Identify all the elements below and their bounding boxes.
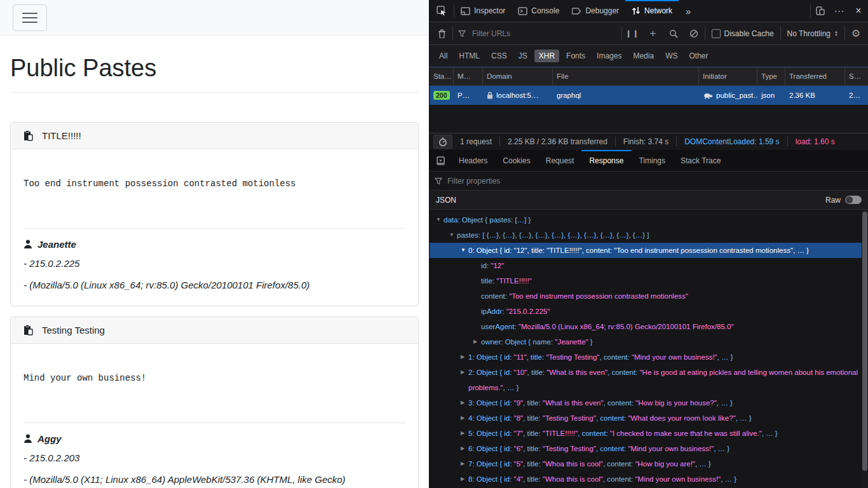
- debugger-icon: [572, 7, 581, 15]
- tab-debugger[interactable]: Debugger: [566, 0, 625, 22]
- scrollbar-track[interactable]: [862, 210, 868, 488]
- json-tree-row[interactable]: ▼pastes: [ {…}, {…}, {…}, {…}, {…}, {…},…: [430, 227, 868, 243]
- filter-js[interactable]: JS: [514, 50, 532, 62]
- twisty-icon[interactable]: ▼: [436, 212, 444, 227]
- owner-ip: - 215.0.2.203: [24, 451, 405, 466]
- filter-other[interactable]: Other: [684, 50, 712, 62]
- pause-traffic-button[interactable]: ❙❙: [623, 29, 642, 37]
- json-tree-row[interactable]: ▶8: Object { id: "4", title: "Whoa this …: [430, 471, 868, 487]
- raw-toggle-switch[interactable]: [845, 196, 862, 204]
- responsive-design-mode-button[interactable]: [811, 0, 830, 22]
- json-tree-row[interactable]: ▶3: Object { id: "9", title: "What is th…: [430, 395, 868, 410]
- scrollbar-thumb[interactable]: [862, 212, 867, 471]
- twisty-icon[interactable]: ▼: [461, 243, 468, 258]
- twisty-icon[interactable]: ▶: [461, 456, 468, 471]
- json-tree-row[interactable]: id: "12": [430, 258, 868, 273]
- divider: [705, 27, 705, 40]
- performance-analysis-button[interactable]: [433, 135, 452, 149]
- network-settings-gear-button[interactable]: ⚙: [846, 27, 865, 39]
- filter-fonts[interactable]: Fonts: [562, 50, 590, 62]
- filter-html[interactable]: HTML: [454, 50, 484, 62]
- json-tree-row[interactable]: ▶7: Object { id: "5", title: "Whoa this …: [430, 456, 868, 471]
- close-devtools-button[interactable]: ×: [849, 0, 868, 22]
- hamburger-menu-button[interactable]: [13, 4, 47, 31]
- clipboard-icon: [24, 130, 33, 141]
- pick-element-button[interactable]: [430, 0, 454, 22]
- json-tree-row[interactable]: ▼0: Object { id: "12", title: "TITLE!!!!…: [430, 243, 868, 258]
- twisty-icon[interactable]: ▶: [461, 365, 468, 380]
- new-request-button[interactable]: +: [644, 27, 663, 40]
- json-tree-row[interactable]: ▶4: Object { id: "8", title: "Testing Te…: [430, 410, 868, 426]
- clipboard-icon: [24, 325, 33, 336]
- tab-stack-trace[interactable]: Stack Trace: [673, 150, 728, 171]
- tab-headers[interactable]: Headers: [451, 150, 495, 171]
- request-row-selected[interactable]: 200 P… localhost:5… graphql public_past……: [430, 86, 868, 105]
- navbar: [0, 0, 429, 36]
- json-tree-row[interactable]: ipAddr: "215.0.2.225": [430, 304, 868, 319]
- column-transferred[interactable]: Transferred: [785, 67, 845, 85]
- toggle-details-pane-icon[interactable]: [430, 150, 451, 171]
- column-status[interactable]: Sta…: [430, 67, 454, 85]
- page-content: Public Pastes TITLE!!!!! Too end instrum…: [0, 55, 429, 488]
- column-type[interactable]: Type: [757, 67, 785, 85]
- search-button[interactable]: [664, 29, 683, 38]
- json-tree-row[interactable]: ▼data: Object { pastes: […] }: [430, 212, 868, 227]
- paste-card: TITLE!!!!! Too end instrument possession…: [10, 122, 419, 306]
- divider: [10, 92, 419, 93]
- throttling-dropdown[interactable]: No Throttling ▲▼: [782, 29, 843, 38]
- tab-inspector[interactable]: Inspector: [454, 0, 512, 22]
- json-tree-row[interactable]: title: "TITLE!!!!!": [430, 273, 868, 288]
- filter-urls-input[interactable]: [471, 29, 620, 39]
- screen: Public Pastes TITLE!!!!! Too end instrum…: [0, 0, 868, 488]
- tab-cookies[interactable]: Cookies: [495, 150, 538, 171]
- json-tree-row[interactable]: ▶5: Object { id: "7", title: "TITLE!!!!!…: [430, 426, 868, 441]
- column-file[interactable]: File: [553, 67, 699, 85]
- paste-title: Testing Testing: [42, 325, 105, 336]
- json-tree-row[interactable]: ▶1: Object { id: "11", title: "Testing T…: [430, 349, 868, 365]
- block-requests-button[interactable]: [684, 29, 703, 38]
- tab-network[interactable]: Network: [625, 0, 679, 22]
- twisty-icon[interactable]: ▶: [461, 471, 468, 487]
- filter-properties-input[interactable]: [446, 176, 863, 186]
- json-node-text: id: "12": [481, 258, 504, 273]
- request-file: graphql: [553, 92, 699, 99]
- tab-request[interactable]: Request: [538, 150, 582, 171]
- twisty-icon[interactable]: ▶: [461, 349, 468, 365]
- json-node-text: 2: Object { id: "10", title: "What is th…: [468, 365, 859, 395]
- twisty-icon[interactable]: ▶: [461, 410, 468, 426]
- filter-all[interactable]: All: [435, 50, 452, 62]
- column-size[interactable]: S…: [845, 67, 868, 85]
- json-node-text: 1: Object { id: "11", title: "Testing Te…: [468, 349, 733, 365]
- filter-images[interactable]: Images: [592, 50, 626, 62]
- filter-media[interactable]: Media: [628, 50, 658, 62]
- paste-card-header: TITLE!!!!!: [11, 123, 418, 149]
- twisty-icon[interactable]: ▶: [473, 334, 481, 349]
- column-method[interactable]: M…: [454, 67, 483, 85]
- column-domain[interactable]: Domain: [483, 67, 553, 85]
- filter-xhr[interactable]: XHR: [534, 50, 559, 62]
- json-tree-row[interactable]: ▶2: Object { id: "10", title: "What is t…: [430, 365, 868, 395]
- tab-console[interactable]: Console: [512, 0, 566, 22]
- twisty-icon[interactable]: ▼: [449, 227, 457, 243]
- owner-name: Jeanette: [37, 239, 76, 250]
- filter-css[interactable]: CSS: [487, 50, 512, 62]
- devtools-menu-button[interactable]: ⋯: [830, 0, 849, 22]
- filter-ws[interactable]: WS: [661, 50, 682, 62]
- json-tree-row[interactable]: ▶6: Object { id: "6", title: "Testing Te…: [430, 441, 868, 456]
- paste-card-header: Testing Testing: [11, 317, 418, 344]
- twisty-icon[interactable]: ▶: [461, 395, 468, 410]
- twisty-icon[interactable]: ▶: [461, 426, 468, 441]
- more-tabs-button[interactable]: »: [679, 0, 698, 22]
- clear-requests-button[interactable]: [432, 29, 451, 38]
- tab-timings[interactable]: Timings: [631, 150, 673, 171]
- tab-response[interactable]: Response: [581, 150, 631, 171]
- disable-cache-checkbox[interactable]: Disable Cache: [707, 29, 779, 38]
- json-tree-row[interactable]: content: "Too end instrument possession …: [430, 288, 868, 304]
- request-type: json: [757, 92, 785, 99]
- json-tree-row[interactable]: ▶owner: Object { name: "Jeanette" }: [430, 334, 868, 349]
- column-initiator[interactable]: Initiator: [699, 67, 757, 85]
- twisty-icon[interactable]: ▶: [461, 441, 468, 456]
- json-node-text: pastes: [ {…}, {…}, {…}, {…}, {…}, {…}, …: [457, 227, 649, 243]
- request-type-filters: All HTML CSS JS XHR Fonts Images Media W…: [430, 45, 868, 67]
- json-tree-row[interactable]: userAgent: "Mozilla/5.0 (Linux x86_64; r…: [430, 319, 868, 334]
